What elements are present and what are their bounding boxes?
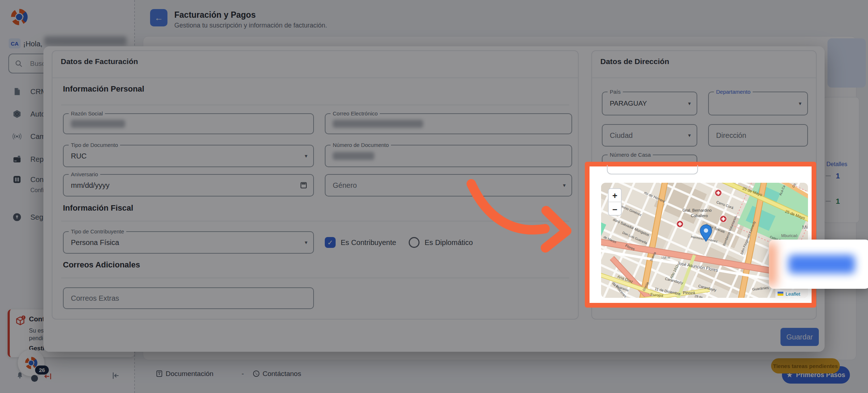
- map-street-label: Mburicaó: [781, 233, 797, 238]
- redacted-content: [769, 242, 776, 286]
- blurred-popup: [769, 240, 868, 289]
- map-zoom-control: + −: [608, 189, 621, 215]
- zoom-in-button[interactable]: +: [612, 191, 617, 200]
- screen: CA ¡Hola, Busc CRM Auto: [0, 0, 868, 393]
- redacted-blue-button[interactable]: [788, 255, 855, 274]
- numero-casa-field-bottom: [607, 165, 698, 174]
- map-street-label: 158 m: [661, 256, 670, 259]
- leaflet-flag-icon: [778, 292, 783, 294]
- map-street-label: Caballero: [691, 214, 708, 218]
- leaflet-attribution-link[interactable]: Leaflet: [786, 291, 800, 297]
- clinic-marker-icon[interactable]: [715, 190, 722, 196]
- zoom-out-button[interactable]: −: [612, 204, 617, 214]
- map-street-label: Mi: [802, 224, 808, 230]
- clinic-marker-icon[interactable]: [677, 221, 684, 228]
- map-attribution: Leaflet: [775, 289, 808, 298]
- map-street-label: Pinozá: [683, 291, 695, 295]
- annotation-arrow: [454, 174, 577, 253]
- clinic-marker-icon[interactable]: [720, 216, 727, 223]
- map-street-label: Gral. Bernardino: [682, 208, 712, 212]
